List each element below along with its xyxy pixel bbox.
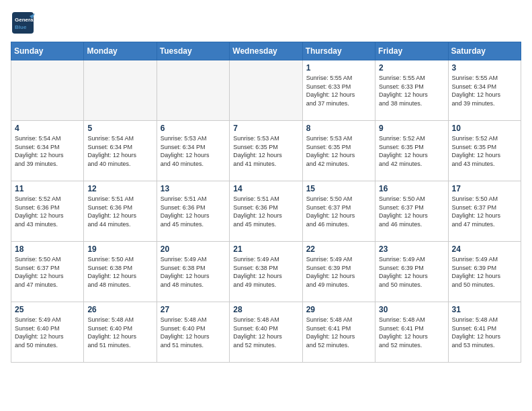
day-info: Sunrise: 5:48 AM Sunset: 6:40 PM Dayligh… [87,316,152,349]
day-info: Sunrise: 5:53 AM Sunset: 6:35 PM Dayligh… [306,134,371,168]
day-number: 19 [87,244,152,254]
calendar-day-cell: 7Sunrise: 5:53 AM Sunset: 6:35 PM Daylig… [230,121,302,181]
page-header: General Blue [11,11,521,35]
day-info: Sunrise: 5:51 AM Sunset: 6:36 PM Dayligh… [233,195,298,228]
day-number: 23 [379,244,444,254]
day-info: Sunrise: 5:53 AM Sunset: 6:35 PM Dayligh… [233,134,298,168]
day-info: Sunrise: 5:55 AM Sunset: 6:34 PM Dayligh… [452,74,517,107]
day-info: Sunrise: 5:55 AM Sunset: 6:33 PM Dayligh… [379,74,444,107]
day-info: Sunrise: 5:52 AM Sunset: 6:36 PM Dayligh… [15,195,80,228]
day-number: 28 [233,305,298,314]
calendar-week-row: 4Sunrise: 5:54 AM Sunset: 6:34 PM Daylig… [11,121,521,181]
calendar-day-cell: 14Sunrise: 5:51 AM Sunset: 6:36 PM Dayli… [230,181,302,242]
calendar-day-cell: 30Sunrise: 5:48 AM Sunset: 6:41 PM Dayli… [375,302,448,363]
calendar-day-cell: 1Sunrise: 5:55 AM Sunset: 6:33 PM Daylig… [302,60,375,121]
day-info: Sunrise: 5:50 AM Sunset: 6:38 PM Dayligh… [87,255,152,289]
day-info: Sunrise: 5:50 AM Sunset: 6:37 PM Dayligh… [306,195,371,228]
day-info: Sunrise: 5:55 AM Sunset: 6:33 PM Dayligh… [306,74,371,107]
day-header-sunday: Sunday [11,42,84,60]
day-info: Sunrise: 5:48 AM Sunset: 6:40 PM Dayligh… [233,316,298,349]
day-info: Sunrise: 5:52 AM Sunset: 6:35 PM Dayligh… [452,134,517,168]
day-info: Sunrise: 5:48 AM Sunset: 6:41 PM Dayligh… [306,316,371,349]
calendar-week-row: 25Sunrise: 5:49 AM Sunset: 6:40 PM Dayli… [11,302,521,363]
day-number: 29 [306,305,371,314]
day-number: 17 [452,184,517,193]
day-number: 25 [15,305,80,314]
logo-icon: General Blue [11,11,35,35]
day-info: Sunrise: 5:49 AM Sunset: 6:39 PM Dayligh… [306,255,371,289]
day-info: Sunrise: 5:49 AM Sunset: 6:38 PM Dayligh… [233,255,298,289]
day-info: Sunrise: 5:48 AM Sunset: 6:41 PM Dayligh… [452,316,517,349]
day-number: 15 [306,184,371,193]
calendar-day-cell: 3Sunrise: 5:55 AM Sunset: 6:34 PM Daylig… [448,60,521,121]
day-number: 7 [233,124,298,133]
day-number: 9 [379,124,444,133]
logo: General Blue [11,11,35,35]
day-info: Sunrise: 5:52 AM Sunset: 6:35 PM Dayligh… [379,134,444,168]
day-number: 2 [379,63,444,73]
day-number: 18 [15,244,80,254]
svg-rect-0 [12,12,34,34]
calendar-day-cell: 18Sunrise: 5:50 AM Sunset: 6:37 PM Dayli… [11,242,84,302]
day-number: 22 [306,244,371,254]
day-number: 11 [15,184,80,193]
calendar-day-cell: 10Sunrise: 5:52 AM Sunset: 6:35 PM Dayli… [448,121,521,181]
day-number: 6 [161,124,226,133]
day-info: Sunrise: 5:48 AM Sunset: 6:41 PM Dayligh… [379,316,444,349]
day-number: 31 [452,305,517,314]
day-info: Sunrise: 5:49 AM Sunset: 6:38 PM Dayligh… [161,255,226,289]
day-info: Sunrise: 5:49 AM Sunset: 6:40 PM Dayligh… [15,316,80,349]
calendar-day-cell: 9Sunrise: 5:52 AM Sunset: 6:35 PM Daylig… [375,121,448,181]
day-header-monday: Monday [84,42,157,60]
calendar-week-row: 11Sunrise: 5:52 AM Sunset: 6:36 PM Dayli… [11,181,521,242]
calendar-day-cell [84,60,157,121]
calendar-day-cell: 13Sunrise: 5:51 AM Sunset: 6:36 PM Dayli… [157,181,229,242]
day-number: 10 [452,124,517,133]
calendar-day-cell [230,60,302,121]
calendar-day-cell: 24Sunrise: 5:49 AM Sunset: 6:39 PM Dayli… [448,242,521,302]
day-info: Sunrise: 5:49 AM Sunset: 6:39 PM Dayligh… [379,255,444,289]
calendar-day-cell: 5Sunrise: 5:54 AM Sunset: 6:34 PM Daylig… [84,121,157,181]
calendar-day-cell: 15Sunrise: 5:50 AM Sunset: 6:37 PM Dayli… [302,181,375,242]
day-info: Sunrise: 5:51 AM Sunset: 6:36 PM Dayligh… [87,195,152,228]
day-info: Sunrise: 5:50 AM Sunset: 6:37 PM Dayligh… [15,255,80,289]
calendar-day-cell [11,60,84,121]
calendar-day-cell: 25Sunrise: 5:49 AM Sunset: 6:40 PM Dayli… [11,302,84,363]
day-info: Sunrise: 5:51 AM Sunset: 6:36 PM Dayligh… [161,195,226,228]
day-number: 13 [161,184,226,193]
day-number: 16 [379,184,444,193]
day-info: Sunrise: 5:48 AM Sunset: 6:40 PM Dayligh… [161,316,226,349]
calendar-day-cell: 23Sunrise: 5:49 AM Sunset: 6:39 PM Dayli… [375,242,448,302]
calendar-day-cell: 21Sunrise: 5:49 AM Sunset: 6:38 PM Dayli… [230,242,302,302]
calendar-day-cell: 17Sunrise: 5:50 AM Sunset: 6:37 PM Dayli… [448,181,521,242]
day-number: 27 [161,305,226,314]
day-number: 12 [87,184,152,193]
calendar-day-cell: 6Sunrise: 5:53 AM Sunset: 6:34 PM Daylig… [157,121,229,181]
calendar-day-cell [157,60,229,121]
calendar-day-cell: 31Sunrise: 5:48 AM Sunset: 6:41 PM Dayli… [448,302,521,363]
day-header-thursday: Thursday [302,42,375,60]
day-number: 1 [306,63,371,73]
day-number: 21 [233,244,298,254]
calendar-day-cell: 16Sunrise: 5:50 AM Sunset: 6:37 PM Dayli… [375,181,448,242]
day-number: 20 [161,244,226,254]
day-header-wednesday: Wednesday [230,42,302,60]
day-header-saturday: Saturday [448,42,521,60]
calendar-day-cell: 26Sunrise: 5:48 AM Sunset: 6:40 PM Dayli… [84,302,157,363]
calendar-day-cell: 22Sunrise: 5:49 AM Sunset: 6:39 PM Dayli… [302,242,375,302]
calendar-day-cell: 12Sunrise: 5:51 AM Sunset: 6:36 PM Dayli… [84,181,157,242]
day-info: Sunrise: 5:49 AM Sunset: 6:39 PM Dayligh… [452,255,517,289]
day-number: 3 [452,63,517,73]
day-number: 30 [379,305,444,314]
day-number: 4 [15,124,80,133]
day-number: 26 [87,305,152,314]
calendar-day-cell: 28Sunrise: 5:48 AM Sunset: 6:40 PM Dayli… [230,302,302,363]
calendar-table: SundayMondayTuesdayWednesdayThursdayFrid… [11,42,521,363]
day-info: Sunrise: 5:54 AM Sunset: 6:34 PM Dayligh… [87,134,152,168]
svg-text:Blue: Blue [15,24,27,30]
day-number: 14 [233,184,298,193]
calendar-day-cell: 29Sunrise: 5:48 AM Sunset: 6:41 PM Dayli… [302,302,375,363]
calendar-header-row: SundayMondayTuesdayWednesdayThursdayFrid… [11,42,521,60]
day-header-tuesday: Tuesday [157,42,229,60]
calendar-day-cell: 20Sunrise: 5:49 AM Sunset: 6:38 PM Dayli… [157,242,229,302]
